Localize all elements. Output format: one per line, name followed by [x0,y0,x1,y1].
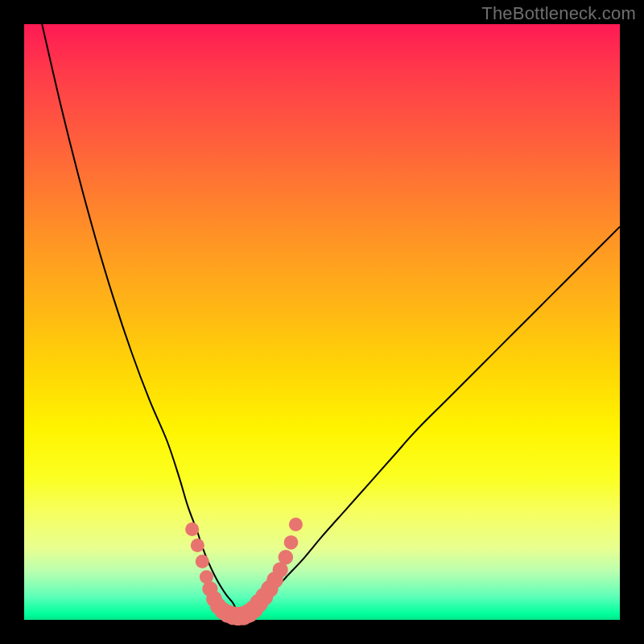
valley-marker [284,535,299,550]
watermark-text: TheBottleneck.com [481,3,636,24]
valley-marker [279,550,294,565]
marker-group [185,518,303,625]
plot-area [24,24,620,620]
curve-left [42,24,242,615]
valley-marker [191,539,204,552]
chart-frame: TheBottleneck.com [0,0,644,644]
curves-svg [24,24,620,620]
curve-right [245,227,620,615]
valley-marker [196,555,209,568]
valley-marker [289,518,303,531]
valley-marker [185,522,199,536]
